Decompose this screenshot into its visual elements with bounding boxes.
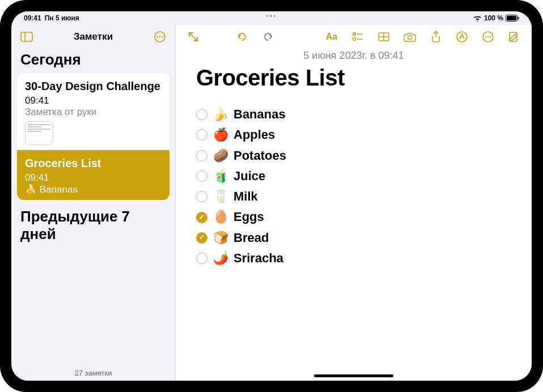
svg-point-8	[162, 36, 163, 37]
item-emoji: 🌶️	[213, 248, 228, 269]
checklist-item[interactable]: 🍌Bananas	[196, 104, 511, 125]
check-circle[interactable]	[196, 212, 207, 223]
item-emoji: 🥚	[213, 207, 228, 227]
checklist-item[interactable]: 🥛Milk	[196, 186, 511, 207]
more-icon[interactable]	[481, 29, 495, 44]
svg-point-19	[485, 36, 486, 37]
item-label: Milk	[234, 186, 258, 207]
svg-point-20	[487, 36, 489, 37]
svg-point-11	[353, 38, 356, 41]
note-item-time: 09:41	[25, 172, 162, 184]
section-prev7: Предыдущие 7 дней	[11, 206, 175, 248]
item-label: Potatoes	[234, 146, 286, 166]
svg-point-7	[159, 36, 160, 37]
item-label: Bananas	[234, 104, 286, 125]
checklist-item[interactable]: 🧃Juice	[196, 166, 511, 186]
item-emoji: 🍞	[213, 228, 228, 248]
section-today: Сегодня	[11, 49, 175, 73]
undo-icon[interactable]	[235, 29, 249, 44]
home-indicator[interactable]	[314, 374, 393, 377]
toggle-sidebar-icon[interactable]	[19, 29, 34, 44]
note-date: 5 июня 2023г. в 09:41	[176, 50, 532, 62]
multitask-indicator[interactable]: •••	[266, 12, 277, 20]
camera-icon[interactable]	[402, 29, 417, 44]
check-circle[interactable]	[196, 232, 207, 244]
screen: 09:41 Пн 5 июня 100 % Заме	[11, 11, 532, 381]
item-label: Apples	[234, 125, 275, 145]
sidebar: Заметки Сегодня 30-Day Design Challenge …	[11, 25, 176, 381]
expand-icon[interactable]	[186, 29, 201, 44]
checklist-item[interactable]: 🥚Eggs	[196, 207, 511, 227]
note-item-preview: 🍌 Bananas	[25, 184, 162, 195]
item-label: Bread	[234, 228, 269, 248]
note-item-preview: Заметка от руки	[25, 106, 162, 118]
svg-rect-2	[518, 17, 519, 20]
compose-icon[interactable]	[507, 29, 521, 44]
status-time: 09:41	[24, 14, 41, 22]
note-title[interactable]: Groceries List	[196, 65, 511, 91]
check-circle[interactable]	[196, 129, 207, 140]
share-icon[interactable]	[429, 29, 443, 44]
battery-icon	[506, 15, 519, 22]
check-circle[interactable]	[196, 150, 207, 161]
wifi-icon	[473, 15, 482, 22]
checklist-icon[interactable]	[350, 29, 365, 44]
checklist[interactable]: 🍌Bananas🍎Apples🥔Potatoes🧃Juice🥛Milk🥚Eggs…	[196, 104, 511, 269]
svg-rect-1	[507, 16, 516, 20]
editor: Aa	[176, 25, 532, 381]
check-circle[interactable]	[196, 253, 207, 264]
battery-label: 100 %	[484, 14, 503, 22]
note-list-item[interactable]: 30-Day Design Challenge 09:41 Заметка от…	[17, 73, 169, 150]
checklist-item[interactable]: 🍞Bread	[196, 228, 511, 248]
note-body[interactable]: Groceries List 🍌Bananas🍎Apples🥔Potatoes🧃…	[176, 62, 532, 269]
sidebar-title: Заметки	[74, 31, 113, 42]
note-item-title: Groceries List	[25, 157, 162, 170]
sidebar-footer: 27 заметки	[11, 364, 175, 381]
checklist-item[interactable]: 🥔Potatoes	[196, 146, 511, 166]
more-options-icon[interactable]	[152, 29, 167, 44]
editor-toolbar: Aa	[176, 25, 532, 49]
table-icon[interactable]	[376, 29, 391, 44]
checklist-item[interactable]: 🌶️Sriracha	[196, 248, 511, 269]
item-emoji: 🥛	[213, 186, 228, 207]
item-emoji: 🍎	[213, 125, 228, 145]
check-circle[interactable]	[196, 191, 207, 202]
device-frame: ••• 09:41 Пн 5 июня 100 %	[0, 0, 543, 392]
redo-icon[interactable]	[261, 29, 275, 44]
status-date: Пн 5 июня	[45, 14, 79, 22]
check-circle[interactable]	[196, 171, 207, 182]
note-item-title: 30-Day Design Challenge	[25, 80, 162, 93]
item-label: Sriracha	[234, 248, 283, 269]
note-list-item[interactable]: Groceries List 09:41 🍌 Bananas	[17, 150, 169, 200]
markup-icon[interactable]	[455, 29, 469, 44]
svg-point-21	[490, 36, 491, 37]
item-emoji: 🍌	[213, 104, 228, 125]
check-circle[interactable]	[196, 109, 207, 120]
item-emoji: 🧃	[213, 166, 228, 186]
svg-rect-3	[21, 32, 32, 41]
note-item-time: 09:41	[25, 95, 162, 106]
svg-point-6	[157, 36, 158, 37]
note-item-thumbnail	[25, 121, 53, 145]
item-label: Eggs	[234, 207, 264, 227]
svg-point-16	[408, 36, 412, 40]
item-emoji: 🥔	[213, 146, 228, 166]
format-icon[interactable]: Aa	[324, 29, 339, 44]
item-label: Juice	[234, 166, 265, 186]
checklist-item[interactable]: 🍎Apples	[196, 125, 511, 145]
